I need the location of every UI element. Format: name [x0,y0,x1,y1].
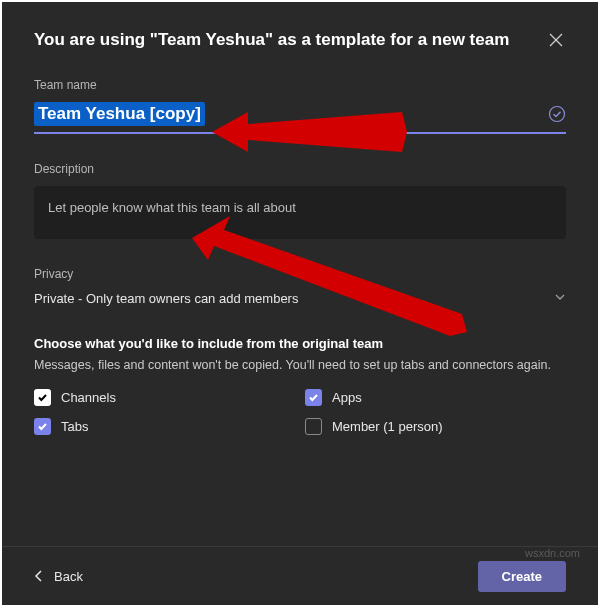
dialog-footer: Back Create [2,546,598,605]
include-checkboxes: Channels Apps Tabs Member (1 person) [34,389,566,435]
checkbox-box [34,418,51,435]
checkbox-channels[interactable]: Channels [34,389,295,406]
checkbox-label: Tabs [61,419,88,434]
privacy-label: Privacy [34,267,566,281]
description-placeholder: Let people know what this team is all ab… [48,200,296,215]
privacy-dropdown[interactable]: Private - Only team owners can add membe… [34,291,566,306]
checkbox-tabs[interactable]: Tabs [34,418,295,435]
checkbox-box [305,418,322,435]
chevron-left-icon [34,570,44,582]
include-section-title: Choose what you'd like to include from t… [34,336,566,351]
description-input[interactable]: Let people know what this team is all ab… [34,186,566,239]
team-name-value: Team Yeshua [copy] [34,102,205,126]
back-label: Back [54,569,83,584]
checkbox-label: Apps [332,390,362,405]
chevron-down-icon [554,291,566,306]
close-icon [549,33,563,47]
checkbox-box [34,389,51,406]
description-label: Description [34,162,566,176]
checkbox-box [305,389,322,406]
checkbox-label: Member (1 person) [332,419,443,434]
create-button[interactable]: Create [478,561,566,592]
dialog-title: You are using "Team Yeshua" as a templat… [34,30,509,50]
team-name-input[interactable]: Team Yeshua [copy] [34,102,566,134]
checkbox-member[interactable]: Member (1 person) [305,418,566,435]
back-button[interactable]: Back [34,569,83,584]
include-section-desc: Messages, files and content won't be cop… [34,357,566,375]
svg-point-2 [550,107,565,122]
check-circle-icon [548,105,566,123]
privacy-selected-value: Private - Only team owners can add membe… [34,291,298,306]
create-team-dialog: You are using "Team Yeshua" as a templat… [2,2,598,605]
close-button[interactable] [546,30,566,50]
checkbox-label: Channels [61,390,116,405]
checkbox-apps[interactable]: Apps [305,389,566,406]
dialog-header: You are using "Team Yeshua" as a templat… [34,2,566,50]
team-name-label: Team name [34,78,566,92]
